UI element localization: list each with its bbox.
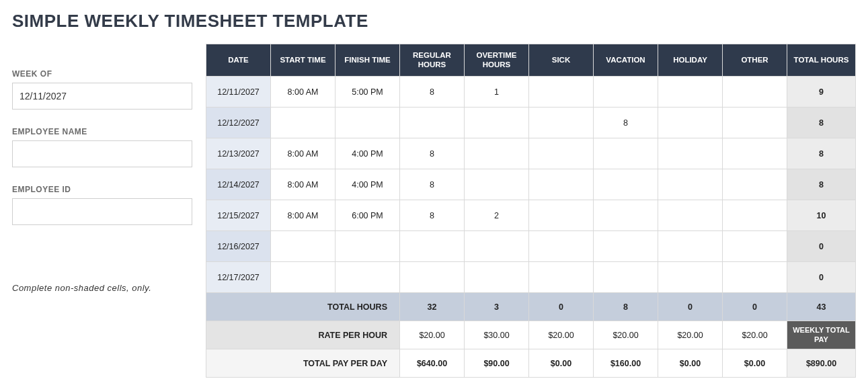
- sick-cell[interactable]: [529, 200, 594, 231]
- pay-sick: $0.00: [529, 349, 594, 378]
- date-cell: 12/12/2027: [206, 108, 271, 138]
- regular-cell[interactable]: [400, 231, 465, 262]
- vacation-cell[interactable]: 8: [594, 108, 658, 138]
- finish-time-cell[interactable]: 4:00 PM: [336, 169, 400, 200]
- row-total-cell: 8: [787, 169, 856, 200]
- date-cell: 12/14/2027: [206, 169, 271, 200]
- row-total-cell: 8: [787, 138, 856, 169]
- finish-time-cell[interactable]: [336, 108, 400, 138]
- regular-cell[interactable]: [400, 108, 465, 138]
- start-time-cell[interactable]: 8:00 AM: [271, 169, 336, 200]
- sick-cell[interactable]: [529, 169, 594, 200]
- total-vacation: 8: [594, 293, 658, 321]
- holiday-cell[interactable]: [658, 231, 723, 262]
- instruction-note: Complete non-shaded cells, only.: [12, 283, 192, 293]
- sick-cell[interactable]: [529, 262, 594, 293]
- total-sick: 0: [529, 293, 594, 321]
- other-cell[interactable]: [723, 108, 787, 138]
- pay-regular: $640.00: [400, 349, 465, 378]
- overtime-cell[interactable]: 1: [465, 77, 529, 108]
- rate-other[interactable]: $20.00: [723, 321, 787, 349]
- finish-time-cell[interactable]: [336, 262, 400, 293]
- vacation-cell[interactable]: [594, 77, 658, 108]
- timesheet-table: DATE START TIME FINISH TIME REGULAR HOUR…: [206, 44, 856, 378]
- overtime-cell[interactable]: 2: [465, 200, 529, 231]
- row-total-cell: 8: [787, 108, 856, 138]
- row-total-cell: 10: [787, 200, 856, 231]
- employee-name-input[interactable]: [12, 140, 192, 167]
- regular-cell[interactable]: [400, 262, 465, 293]
- holiday-cell[interactable]: [658, 108, 723, 138]
- other-cell[interactable]: [723, 169, 787, 200]
- date-cell: 12/11/2027: [206, 77, 271, 108]
- table-row: 12/12/202788: [206, 108, 856, 138]
- col-overtime-hours: OVERTIME HOURS: [465, 44, 529, 77]
- total-regular: 32: [400, 293, 465, 321]
- overtime-cell[interactable]: [465, 138, 529, 169]
- employee-id-input[interactable]: [12, 198, 192, 225]
- holiday-cell[interactable]: [658, 200, 723, 231]
- other-cell[interactable]: [723, 262, 787, 293]
- vacation-cell[interactable]: [594, 262, 658, 293]
- regular-cell[interactable]: 8: [400, 200, 465, 231]
- overtime-cell[interactable]: [465, 231, 529, 262]
- rate-overtime[interactable]: $30.00: [465, 321, 529, 349]
- pay-overtime: $90.00: [465, 349, 529, 378]
- finish-time-cell[interactable]: 6:00 PM: [336, 200, 400, 231]
- regular-cell[interactable]: 8: [400, 77, 465, 108]
- date-cell: 12/16/2027: [206, 231, 271, 262]
- total-hours-label: TOTAL HOURS: [206, 293, 400, 321]
- sick-cell[interactable]: [529, 108, 594, 138]
- sick-cell[interactable]: [529, 138, 594, 169]
- start-time-cell[interactable]: 8:00 AM: [271, 77, 336, 108]
- table-row: 12/11/20278:00 AM5:00 PM819: [206, 77, 856, 108]
- side-panel: WEEK OF EMPLOYEE NAME EMPLOYEE ID Comple…: [12, 44, 192, 293]
- row-total-cell: 0: [787, 231, 856, 262]
- regular-cell[interactable]: 8: [400, 169, 465, 200]
- rate-regular[interactable]: $20.00: [400, 321, 465, 349]
- date-cell: 12/17/2027: [206, 262, 271, 293]
- table-row: 12/17/20270: [206, 262, 856, 293]
- total-overtime: 3: [465, 293, 529, 321]
- overtime-cell[interactable]: [465, 262, 529, 293]
- other-cell[interactable]: [723, 231, 787, 262]
- row-total-cell: 0: [787, 262, 856, 293]
- vacation-cell[interactable]: [594, 169, 658, 200]
- overtime-cell[interactable]: [465, 108, 529, 138]
- total-pay-row: TOTAL PAY PER DAY $640.00 $90.00 $0.00 $…: [206, 349, 856, 378]
- sick-cell[interactable]: [529, 231, 594, 262]
- start-time-cell[interactable]: [271, 231, 336, 262]
- vacation-cell[interactable]: [594, 231, 658, 262]
- pay-vacation: $160.00: [594, 349, 658, 378]
- other-cell[interactable]: [723, 77, 787, 108]
- col-date: DATE: [206, 44, 271, 77]
- holiday-cell[interactable]: [658, 262, 723, 293]
- finish-time-cell[interactable]: [336, 231, 400, 262]
- sick-cell[interactable]: [529, 77, 594, 108]
- total-holiday: 0: [658, 293, 723, 321]
- rate-holiday[interactable]: $20.00: [658, 321, 723, 349]
- pay-holiday: $0.00: [658, 349, 723, 378]
- week-of-input[interactable]: [12, 83, 192, 110]
- start-time-cell[interactable]: [271, 262, 336, 293]
- other-cell[interactable]: [723, 200, 787, 231]
- holiday-cell[interactable]: [658, 169, 723, 200]
- pay-other: $0.00: [723, 349, 787, 378]
- finish-time-cell[interactable]: 4:00 PM: [336, 138, 400, 169]
- col-sick: SICK: [529, 44, 594, 77]
- start-time-cell[interactable]: 8:00 AM: [271, 138, 336, 169]
- rate-vacation[interactable]: $20.00: [594, 321, 658, 349]
- regular-cell[interactable]: 8: [400, 138, 465, 169]
- start-time-cell[interactable]: [271, 108, 336, 138]
- start-time-cell[interactable]: 8:00 AM: [271, 200, 336, 231]
- holiday-cell[interactable]: [658, 77, 723, 108]
- other-cell[interactable]: [723, 138, 787, 169]
- overtime-cell[interactable]: [465, 169, 529, 200]
- rate-sick[interactable]: $20.00: [529, 321, 594, 349]
- finish-time-cell[interactable]: 5:00 PM: [336, 77, 400, 108]
- vacation-cell[interactable]: [594, 138, 658, 169]
- weekly-total-pay-label: WEEKLY TOTAL PAY: [787, 321, 856, 349]
- holiday-cell[interactable]: [658, 138, 723, 169]
- vacation-cell[interactable]: [594, 200, 658, 231]
- employee-id-label: EMPLOYEE ID: [12, 185, 192, 194]
